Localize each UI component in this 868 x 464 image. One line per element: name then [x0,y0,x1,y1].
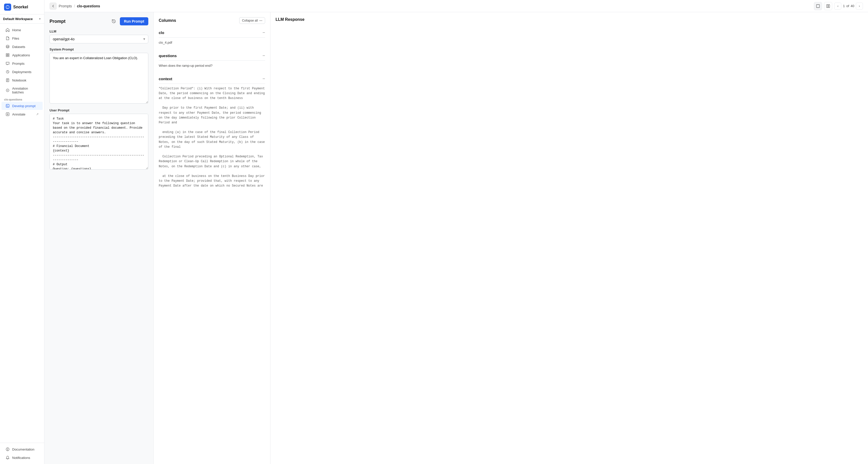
annotate-icon [6,112,10,116]
system-prompt-form-group: System Prompt You are an expert in Colla… [50,47,148,104]
svg-rect-9 [6,104,9,107]
sidebar-item-develop-prompt[interactable]: Develop prompt [2,102,43,110]
svg-rect-12 [816,5,819,8]
sidebar-item-annotate[interactable]: Annotate ↗ [2,110,43,118]
sidebar-item-notifications[interactable]: Notifications [2,454,43,462]
column-context-name: context [159,77,172,81]
breadcrumb-prompts[interactable]: Prompts [59,4,72,8]
svg-rect-4 [8,55,9,57]
sidebar-item-datasets[interactable]: Datasets [2,43,43,51]
annotate-label: Annotate [12,112,25,116]
logo-icon [4,4,11,11]
main-content: Prompts / clo-questions ‹ 1 of 40 › P [44,0,868,464]
app-name: Snorkel [13,5,28,9]
develop-prompt-label: Develop prompt [12,104,36,108]
nav-items: Home Files Datasets Applications Prompts [0,24,44,443]
collapse-all-button[interactable]: Collapse all — [239,17,265,24]
user-prompt-textarea[interactable]: # Task Your task is to answer the follow… [50,114,148,170]
notebook-icon [6,78,10,82]
multi-column-view-button[interactable] [824,2,832,10]
prompt-header-actions: Run Prompt [110,17,148,25]
next-page-button[interactable]: › [856,3,863,10]
column-clo-header[interactable]: clo − [159,28,265,38]
notebook-label: Notebook [12,78,26,82]
user-prompt-form-group: User Prompt # Task Your task is to answe… [50,108,148,170]
columns-title: Columns [159,18,176,23]
prompt-panel-title: Prompt [50,19,65,24]
column-clo-value: clo_4.pdf [159,38,265,48]
applications-icon [6,53,10,57]
breadcrumb-current: clo-questions [77,4,100,8]
breadcrumb-separator: / [74,4,75,8]
svg-rect-3 [6,55,7,57]
pagination: ‹ 1 of 40 › [834,3,863,10]
sidebar-item-notebook[interactable]: Notebook [2,76,43,84]
llm-response-panel: LLM Response [271,12,868,464]
sidebar-item-annotation-batches[interactable]: Annotation batches [2,85,43,96]
sidebar-item-documentation[interactable]: Documentation [2,445,43,453]
user-prompt-label: User Prompt [50,108,148,112]
columns-header: Columns Collapse all — [159,17,265,24]
back-button[interactable] [50,3,57,10]
page-of: of [846,4,849,8]
svg-rect-14 [828,5,830,8]
questions-collapse-icon: − [262,53,265,58]
history-button[interactable] [110,17,118,25]
app-logo: Snorkel [0,0,44,14]
annotation-icon [6,88,10,92]
svg-rect-13 [827,5,828,8]
content-area: Prompt Run Prompt LLM openai/gpt-4o open… [44,12,868,464]
applications-label: Applications [12,53,30,57]
topbar-right: ‹ 1 of 40 › [814,2,863,10]
datasets-icon [6,45,10,49]
system-prompt-textarea[interactable]: You are an expert in Collateralized Loan… [50,53,148,104]
system-prompt-label: System Prompt [50,47,148,51]
bell-icon [6,456,10,460]
sidebar-bottom: Documentation Notifications [0,443,44,464]
llm-select[interactable]: openai/gpt-4o openai/gpt-4 openai/gpt-3.… [50,35,148,43]
column-clo-name: clo [159,30,164,35]
develop-icon [6,104,10,108]
prompts-icon [6,61,10,65]
llm-label: LLM [50,29,148,33]
column-section-questions: questions − When does the ramp-up period… [159,51,265,71]
llm-form-group: LLM openai/gpt-4o openai/gpt-4 openai/gp… [50,29,148,43]
collapse-all-label: Collapse all [242,19,258,22]
column-context-value: "Collection Period": (i) With respect to… [159,84,265,191]
home-label: Home [12,28,21,32]
context-collapse-icon: − [262,76,265,81]
column-context-header[interactable]: context − [159,74,265,84]
topbar: Prompts / clo-questions ‹ 1 of 40 › [44,0,868,12]
section-label: clo-questions [0,96,44,102]
deployments-label: Deployments [12,70,31,74]
prompt-panel-header: Prompt Run Prompt [50,17,148,25]
column-questions-value: When does the ramp-up period end? [159,61,265,71]
single-column-view-button[interactable] [814,2,822,10]
prompts-label: Prompts [12,62,24,65]
clo-collapse-icon: − [262,30,265,35]
collapse-all-icon: — [259,19,262,22]
current-page: 1 [843,4,845,8]
sidebar-item-applications[interactable]: Applications [2,51,43,59]
sidebar-item-home[interactable]: Home [2,26,43,34]
svg-point-0 [6,45,9,46]
sidebar-item-files[interactable]: Files [2,34,43,42]
sidebar-item-deployments[interactable]: Deployments [2,68,43,76]
workspace-name: Default Workspace [3,17,33,21]
svg-rect-1 [6,54,7,55]
sidebar-item-prompts[interactable]: Prompts [2,59,43,68]
column-section-context: context − "Collection Period": (i) With … [159,74,265,191]
prev-page-button[interactable]: ‹ [834,3,841,10]
datasets-label: Datasets [12,45,25,49]
workspace-selector[interactable]: Default Workspace ▼ [0,14,44,24]
files-label: Files [12,37,19,40]
svg-point-8 [7,90,8,91]
column-questions-name: questions [159,54,177,58]
home-icon [6,28,10,32]
column-questions-header[interactable]: questions − [159,51,265,61]
run-prompt-button[interactable]: Run Prompt [120,17,148,25]
breadcrumb: Prompts / clo-questions [50,3,100,10]
files-icon [6,36,10,40]
workspace-dropdown-icon: ▼ [39,18,41,20]
external-link-icon: ↗ [36,112,39,116]
